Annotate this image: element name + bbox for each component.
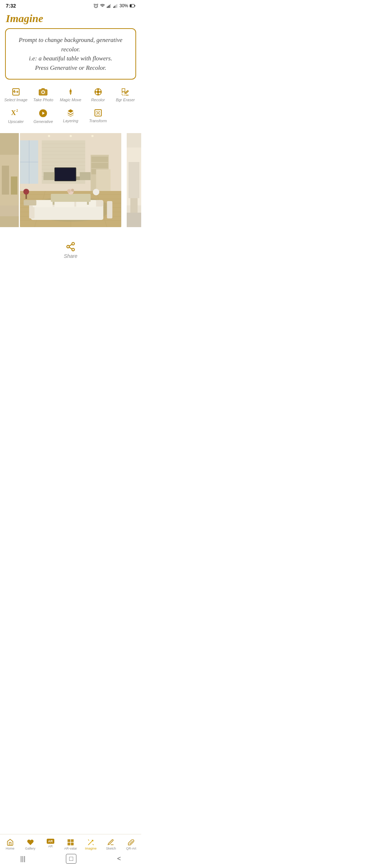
- svg-line-98: [69, 247, 72, 249]
- recolor-button[interactable]: Recolor: [85, 85, 111, 104]
- svg-point-96: [67, 246, 69, 248]
- signal2-icon: [113, 3, 118, 8]
- app-title: Imagine: [0, 10, 141, 28]
- svg-point-20: [95, 92, 96, 93]
- svg-point-18: [97, 89, 98, 90]
- recolor-label: Recolor: [91, 98, 105, 102]
- battery-icon: [130, 4, 135, 8]
- main-image[interactable]: [20, 133, 122, 227]
- svg-point-85: [23, 189, 29, 195]
- svg-point-21: [100, 92, 101, 93]
- prompt-text: Prompt to change background, generative …: [13, 35, 128, 72]
- svg-point-17: [97, 91, 99, 93]
- transform-button[interactable]: Transform: [85, 106, 111, 126]
- select-image-icon: [12, 88, 20, 96]
- take-photo-icon: [39, 88, 47, 96]
- take-photo-label: Take Photo: [33, 98, 53, 102]
- room-image: [20, 133, 122, 227]
- share-button[interactable]: Share: [64, 242, 77, 259]
- status-bar: 7:32 30%: [0, 0, 141, 10]
- svg-rect-94: [127, 213, 141, 227]
- svg-rect-28: [2, 166, 9, 195]
- svg-point-82: [71, 189, 74, 192]
- share-label: Share: [64, 253, 77, 259]
- svg-rect-52: [91, 163, 108, 168]
- generative-button[interactable]: Generative: [30, 106, 56, 126]
- svg-rect-31: [0, 216, 19, 227]
- svg-rect-4: [110, 4, 111, 8]
- svg-rect-7: [115, 5, 116, 8]
- svg-rect-77: [51, 194, 91, 202]
- svg-point-86: [93, 189, 99, 195]
- select-image-button[interactable]: Select Image: [3, 85, 29, 104]
- layering-button[interactable]: Layering: [58, 106, 84, 126]
- side-image-left: [0, 133, 19, 227]
- svg-rect-8: [117, 4, 117, 8]
- upscaler-icon: X 2: [11, 109, 21, 118]
- bgr-eraser-label: Bgr Eraser: [116, 98, 135, 102]
- svg-rect-48: [43, 172, 54, 180]
- svg-point-97: [72, 248, 74, 251]
- take-photo-button[interactable]: Take Photo: [30, 85, 56, 104]
- wifi-icon: [100, 3, 105, 8]
- share-section: Share: [0, 234, 141, 266]
- svg-line-99: [69, 244, 72, 246]
- tool-grid: Select Image Take Photo Magic Move Re: [0, 85, 141, 129]
- svg-rect-6: [114, 6, 115, 8]
- select-image-label: Select Image: [4, 98, 28, 102]
- alarm-icon: [93, 3, 98, 8]
- status-icons: 30%: [93, 3, 135, 8]
- svg-rect-78: [52, 202, 54, 205]
- generative-icon: [38, 109, 48, 118]
- svg-rect-92: [129, 162, 139, 198]
- svg-point-89: [91, 135, 93, 137]
- svg-point-95: [72, 242, 74, 245]
- svg-rect-83: [24, 200, 36, 205]
- svg-point-15: [70, 90, 71, 92]
- magic-move-icon: [66, 88, 75, 96]
- signal-icon: [106, 3, 112, 8]
- bgr-eraser-icon: [121, 88, 130, 96]
- image-section: [0, 129, 141, 231]
- magic-move-button[interactable]: Magic Move: [58, 85, 84, 104]
- upscaler-button[interactable]: X 2 Upscaler: [3, 106, 29, 126]
- left-preview-image: [0, 133, 19, 227]
- svg-rect-10: [134, 5, 135, 7]
- svg-point-88: [70, 135, 72, 137]
- status-time: 7:32: [6, 3, 16, 9]
- svg-rect-73: [107, 201, 112, 218]
- recolor-icon: [94, 88, 102, 96]
- svg-point-87: [48, 135, 50, 137]
- svg-rect-3: [109, 5, 110, 8]
- svg-rect-51: [91, 157, 108, 162]
- right-preview-image: [127, 133, 141, 227]
- transform-label: Transform: [89, 119, 107, 123]
- svg-rect-5: [113, 7, 114, 8]
- svg-rect-47: [55, 168, 75, 180]
- prompt-box: Prompt to change background, generative …: [5, 28, 136, 80]
- generative-label: Generative: [33, 119, 53, 124]
- svg-rect-29: [11, 176, 17, 195]
- svg-rect-79: [87, 202, 89, 205]
- bgr-eraser-button[interactable]: Bgr Eraser: [112, 85, 138, 104]
- svg-rect-11: [130, 5, 131, 7]
- side-image-right: [127, 133, 141, 227]
- share-icon: [66, 242, 76, 252]
- svg-point-81: [67, 189, 71, 193]
- upscaler-label: Upscaler: [8, 119, 24, 124]
- svg-rect-2: [108, 6, 109, 8]
- svg-point-19: [97, 94, 98, 95]
- transform-icon: [94, 109, 102, 117]
- layering-label: Layering: [63, 119, 78, 123]
- magic-move-label: Magic Move: [60, 98, 81, 102]
- battery-text: 30%: [119, 3, 128, 8]
- svg-rect-1: [107, 7, 108, 8]
- svg-rect-49: [80, 172, 91, 180]
- layering-icon: [66, 109, 75, 117]
